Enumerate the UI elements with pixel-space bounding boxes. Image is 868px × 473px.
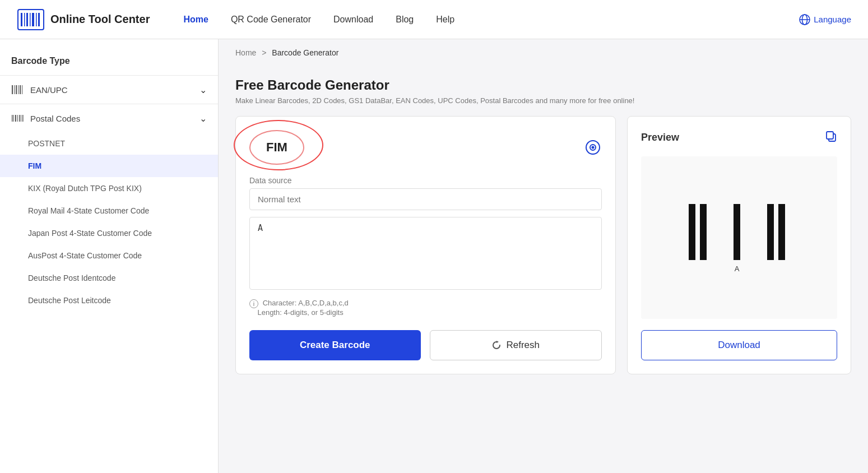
- svg-rect-22: [21, 115, 21, 122]
- content-area: Free Barcode Generator Make Linear Barco…: [219, 66, 868, 386]
- main-nav: Home QR Code Generator Download Blog Hel…: [183, 15, 799, 25]
- sidebar-item-postnet[interactable]: POSTNET: [0, 132, 218, 155]
- refresh-button[interactable]: Refresh: [430, 330, 602, 360]
- sidebar-category-postal-codes[interactable]: Postal Codes ⌄: [0, 104, 218, 132]
- svg-rect-31: [734, 204, 740, 260]
- sidebar-item-japan-post[interactable]: Japan Post 4-State Customer Code: [0, 222, 218, 244]
- main-content: Home > Barcode Generator Free Barcode Ge…: [219, 39, 868, 473]
- page-subtitle: Make Linear Barcodes, 2D Codes, GS1 Data…: [235, 96, 851, 105]
- postal-chevron-icon: ⌄: [199, 113, 207, 124]
- sidebar-item-deutsche-identcode[interactable]: Deutsche Post Identcode: [0, 267, 218, 289]
- ean-icon: [11, 84, 24, 96]
- preview-title: Preview: [641, 132, 679, 143]
- svg-rect-11: [12, 85, 13, 94]
- breadcrumb: Home > Barcode Generator: [219, 39, 868, 66]
- barcode-logo-icon: [17, 8, 45, 31]
- preview-panel: Preview: [627, 116, 851, 374]
- hint-line1: Character: A,B,C,D,a,b,c,d: [263, 299, 349, 307]
- breadcrumb-current: Barcode Generator: [272, 48, 338, 57]
- preview-header: Preview: [641, 130, 837, 145]
- hint-icon: i: [249, 299, 258, 308]
- page-layout: Barcode Type EAN/UPC ⌄: [0, 39, 868, 473]
- svg-rect-1: [21, 13, 22, 26]
- svg-rect-18: [13, 115, 14, 122]
- svg-rect-15: [20, 85, 21, 94]
- create-barcode-button[interactable]: Create Barcode: [249, 330, 421, 360]
- sidebar-item-royal-mail[interactable]: Royal Mail 4-State Customer Code: [0, 200, 218, 222]
- sidebar: Barcode Type EAN/UPC ⌄: [0, 39, 219, 473]
- copy-icon[interactable]: [825, 130, 837, 145]
- sidebar-category-ean-upc[interactable]: EAN/UPC ⌄: [0, 75, 218, 104]
- sidebar-title: Barcode Type: [0, 50, 218, 75]
- svg-rect-20: [17, 115, 18, 122]
- svg-rect-32: [767, 204, 774, 260]
- form-header: FIM: [249, 130, 602, 165]
- header: Online Tool Center Home QR Code Generato…: [0, 0, 868, 39]
- svg-rect-3: [26, 13, 28, 26]
- svg-rect-17: [12, 115, 13, 122]
- svg-rect-29: [689, 204, 695, 260]
- barcode-type-title: FIM: [249, 130, 304, 165]
- sidebar-category-ean-label: EAN/UPC: [30, 85, 68, 95]
- svg-rect-5: [32, 13, 34, 26]
- svg-point-26: [592, 146, 595, 149]
- refresh-icon: [491, 340, 502, 350]
- sidebar-item-fim[interactable]: FIM: [0, 155, 218, 177]
- svg-rect-14: [18, 85, 18, 94]
- svg-rect-21: [19, 115, 20, 122]
- download-button[interactable]: Download: [641, 330, 837, 360]
- ean-chevron-icon: ⌄: [199, 85, 207, 95]
- svg-rect-7: [38, 13, 40, 26]
- nav-blog[interactable]: Blog: [396, 15, 414, 25]
- generator-form: FIM Data source A i Character: A,B,C,: [235, 116, 616, 374]
- breadcrumb-separator: >: [262, 48, 266, 57]
- barcode-preview-area: A: [641, 156, 837, 319]
- svg-rect-6: [36, 13, 37, 26]
- logo-text: Online Tool Center: [50, 13, 150, 26]
- nav-help[interactable]: Help: [436, 15, 454, 25]
- postal-icon: [11, 112, 24, 124]
- nav-home[interactable]: Home: [183, 15, 208, 25]
- language-button[interactable]: Language: [799, 14, 851, 25]
- svg-rect-19: [15, 115, 16, 122]
- svg-rect-33: [778, 204, 785, 260]
- form-actions: Create Barcode Refresh: [249, 330, 602, 360]
- breadcrumb-home[interactable]: Home: [235, 48, 256, 57]
- page-title: Free Barcode Generator: [235, 77, 851, 93]
- svg-rect-13: [16, 85, 17, 94]
- svg-rect-16: [22, 85, 22, 94]
- svg-rect-30: [700, 204, 707, 260]
- fim-type-wrapper: FIM: [249, 130, 304, 165]
- refresh-label: Refresh: [506, 340, 540, 351]
- svg-rect-28: [827, 132, 833, 139]
- sidebar-category-postal-label: Postal Codes: [30, 114, 80, 123]
- nav-download[interactable]: Download: [333, 15, 373, 25]
- svg-rect-4: [30, 13, 31, 26]
- svg-rect-2: [24, 13, 25, 26]
- globe-icon: [799, 14, 810, 25]
- settings-icon[interactable]: [584, 138, 602, 156]
- hint-line2: Length: 4-digits, or 5-digits: [257, 308, 343, 317]
- svg-text:A: A: [735, 265, 740, 273]
- language-label: Language: [814, 15, 851, 24]
- svg-rect-12: [14, 85, 15, 94]
- nav-qr-code-generator[interactable]: QR Code Generator: [231, 15, 311, 25]
- sidebar-item-auspost[interactable]: AusPost 4-State Customer Code: [0, 244, 218, 267]
- barcode-value-textarea[interactable]: A: [249, 217, 602, 290]
- form-hint: i Character: A,B,C,D,a,b,c,d Length: 4-d…: [249, 299, 602, 317]
- data-source-input[interactable]: [249, 188, 602, 210]
- sidebar-item-kix[interactable]: KIX (Royal Dutch TPG Post KIX): [0, 177, 218, 200]
- logo-area: Online Tool Center: [17, 8, 150, 31]
- svg-rect-23: [22, 115, 24, 122]
- generator-layout: FIM Data source A i Character: A,B,C,: [235, 116, 851, 374]
- barcode-preview-image: A: [666, 193, 812, 282]
- sidebar-item-deutsche-leitcode[interactable]: Deutsche Post Leitcode: [0, 289, 218, 312]
- data-source-label: Data source: [249, 176, 602, 185]
